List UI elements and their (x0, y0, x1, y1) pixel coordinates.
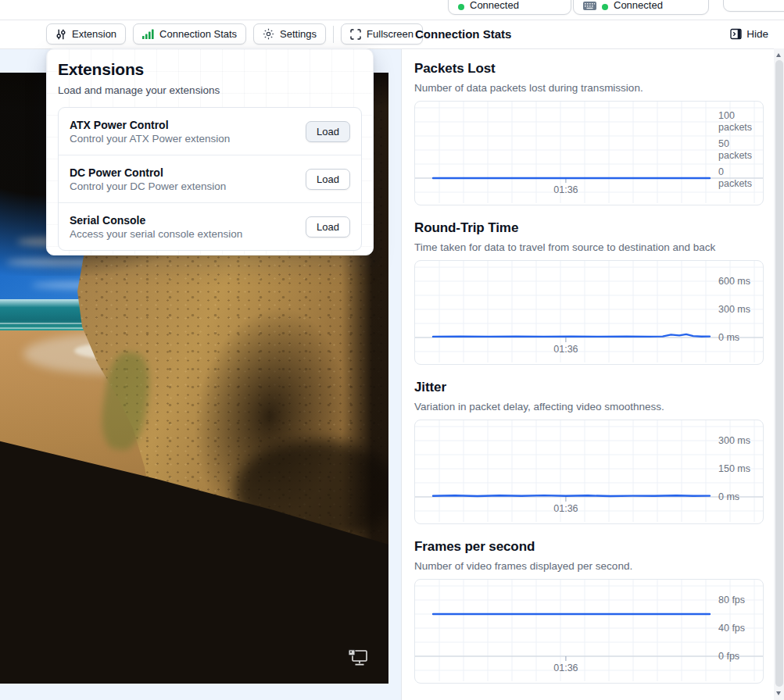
toolbar-button-settings[interactable]: Settings (253, 23, 326, 45)
adjustments-icon (55, 29, 66, 40)
extensions-list: ATX Power ControlControl your ATX Power … (58, 107, 362, 251)
charts-container: Packets LostNumber of data packets lost … (414, 61, 774, 684)
chart-canvas-round-trip-time: 01:36600 ms300 ms0 ms (414, 260, 764, 365)
chart-title: Jitter (414, 380, 764, 395)
y-axis-label: 40 fps (718, 623, 745, 634)
data-line-jitter_ms (433, 495, 710, 496)
y-axis-label: 300 ms (718, 435, 750, 447)
load-extension-button[interactable]: Load (306, 216, 350, 238)
scroll-up-arrow-icon[interactable] (776, 53, 781, 57)
load-extension-button[interactable]: Load (306, 169, 350, 190)
extension-item: Serial ConsoleAccess your serial console… (59, 202, 361, 250)
extensions-subtitle: Load and manage your extensions (58, 84, 362, 96)
stat-section-jitter: JitterVariation in packet delay, affecti… (414, 380, 764, 524)
stat-section-packets-lost: Packets LostNumber of data packets lost … (414, 61, 764, 205)
y-axis-label: 0 packets (718, 166, 752, 190)
extension-item-text: DC Power ControlControl your DC Power ex… (70, 166, 226, 192)
toolbar-button-label: Fullscreen (367, 28, 413, 40)
panel-scrollbar[interactable] (774, 48, 784, 700)
extensions-popover: Extensions Load and manage your extensio… (46, 48, 374, 255)
keyboard-icon (583, 2, 596, 10)
connection-status-label: Connected (470, 0, 519, 11)
extension-name: ATX Power Control (70, 119, 230, 131)
extension-item: ATX Power ControlControl your ATX Power … (59, 108, 361, 155)
signal-bars-icon (142, 29, 154, 39)
chart-title: Packets Lost (414, 61, 764, 77)
stat-section-round-trip-time: Round-Trip TimeTime taken for data to tr… (414, 220, 764, 365)
hide-label: Hide (746, 28, 768, 40)
panel-collapse-icon (730, 28, 742, 40)
extension-item: DC Power ControlControl your DC Power ex… (59, 155, 361, 202)
y-axis-label: 0 fps (718, 651, 739, 662)
toolbar-button-extension[interactable]: Extension (46, 23, 126, 45)
display-status-icon (348, 649, 368, 666)
chart-canvas-frames-per-second: 01:3680 fps40 fps0 fps (414, 579, 764, 684)
toolbar-button-label: Settings (280, 28, 317, 40)
stat-section-frames-per-second: Frames per secondNumber of video frames … (414, 539, 764, 684)
x-axis-tick-label: 01:36 (553, 503, 578, 514)
extension-description: Control your ATX Power extension (70, 133, 230, 145)
chart-description: Time taken for data to travel from sourc… (414, 241, 764, 253)
hide-panel-button[interactable]: Hide (730, 28, 768, 40)
y-axis-label: 300 ms (718, 304, 750, 316)
y-axis-label: 600 ms (718, 276, 750, 288)
keyboard-status-label: Connected (614, 0, 663, 11)
gear-icon (263, 28, 274, 40)
y-axis-label: 50 packets (718, 138, 752, 162)
extensions-title: Extensions (58, 60, 362, 79)
toolbar-button-label: Connection Stats (159, 28, 237, 40)
chart-canvas-jitter: 01:36300 ms150 ms0 ms (414, 420, 764, 524)
toolbar-button-connection-stats[interactable]: Connection Stats (133, 23, 246, 45)
x-axis-tick-label: 01:36 (553, 184, 578, 195)
extension-item-text: Serial ConsoleAccess your serial console… (70, 214, 242, 240)
toolbar-button-fullscreen[interactable]: Fullscreen (341, 23, 423, 45)
scroll-down-arrow-icon[interactable] (776, 691, 781, 695)
extension-item-text: ATX Power ControlControl your ATX Power … (70, 119, 230, 145)
data-line-rtt_ms (433, 334, 710, 337)
toolbar: ExtensionConnection StatsSettingsFullscr… (46, 23, 423, 45)
status-dot-icon (602, 4, 608, 10)
connection-status-badge[interactable]: Connected (448, 0, 571, 15)
extension-description: Control your DC Power extension (70, 180, 226, 192)
y-axis-label: 0 ms (718, 491, 739, 503)
connection-stats-panel: Packets LostNumber of data packets lost … (402, 48, 774, 700)
top-status-bar: Connected Connected (0, 0, 784, 20)
extension-name: Serial Console (70, 214, 242, 227)
chart-description: Number of data packets lost during trans… (414, 82, 764, 94)
scrollbar-thumb[interactable] (775, 60, 783, 687)
extension-name: DC Power Control (70, 166, 226, 179)
y-axis-label: 150 ms (718, 463, 750, 475)
x-axis-tick-label: 01:36 (553, 344, 578, 355)
toolbar-separator (333, 26, 334, 43)
extension-description: Access your serial console extension (70, 228, 242, 240)
chart-title: Round-Trip Time (414, 220, 764, 236)
chart-title: Frames per second (414, 539, 764, 555)
y-axis-label: 0 ms (718, 332, 739, 344)
x-axis-tick-label: 01:36 (553, 662, 578, 673)
header-row: ExtensionConnection StatsSettingsFullscr… (0, 20, 784, 49)
keyboard-status-badge[interactable]: Connected (573, 0, 709, 15)
chart-canvas-packets-lost: 01:36100 packets50 packets0 packets (414, 101, 764, 205)
y-axis-label: 100 packets (718, 110, 752, 134)
stats-panel-header: Connection Stats Hide (415, 20, 768, 48)
fullscreen-icon (350, 29, 361, 40)
chart-description: Variation in packet delay, affecting vid… (414, 401, 764, 412)
partial-status-badge[interactable] (723, 0, 784, 12)
load-extension-button[interactable]: Load (306, 121, 350, 142)
stats-panel-title: Connection Stats (415, 27, 511, 41)
chart-description: Number of video frames displayed per sec… (414, 560, 764, 572)
toolbar-button-label: Extension (72, 28, 116, 40)
status-dot-icon (458, 4, 464, 10)
y-axis-label: 80 fps (718, 595, 745, 606)
